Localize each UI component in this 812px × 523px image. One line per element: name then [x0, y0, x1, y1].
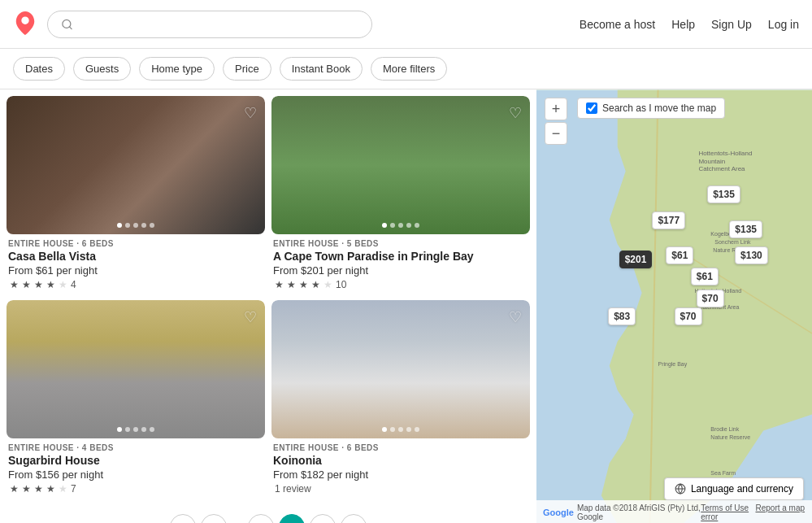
- listing-info-koinonia: Entire House · 6 Beds Koinonia From $182…: [271, 438, 530, 498]
- filter-bar: Dates Guests Home type Price Instant Boo…: [0, 49, 812, 89]
- price-marker-135b[interactable]: $135: [729, 220, 762, 238]
- price-marker-61a[interactable]: $61: [666, 246, 693, 264]
- price-marker-83[interactable]: $83: [608, 307, 636, 325]
- wishlist-btn-casa-bella[interactable]: ♡: [244, 104, 257, 122]
- listing-type: Entire House · 4 Beds: [8, 443, 263, 452]
- star-5: ★: [59, 279, 67, 290]
- dot-2: [390, 427, 395, 432]
- star-2: ★: [22, 279, 31, 290]
- page-btn-15[interactable]: 15: [279, 514, 305, 523]
- price-marker-135a[interactable]: $135: [707, 185, 740, 203]
- listing-info-casa-bella: Entire House · 6 Beds Casa Bella Vista F…: [7, 234, 265, 294]
- filter-more-filters[interactable]: More filters: [371, 57, 447, 81]
- wishlist-btn-cape-town[interactable]: ♡: [509, 104, 522, 122]
- image-dots: [382, 223, 419, 228]
- search-input[interactable]: Pringle Bay · Homes: [80, 18, 358, 31]
- price-marker-61b[interactable]: $61: [691, 268, 719, 285]
- dot-1: [117, 223, 122, 228]
- listing-image-casa-bella: ♡: [7, 96, 265, 234]
- become-host-link[interactable]: Become a host: [580, 18, 655, 31]
- page-btn-1[interactable]: 1: [201, 514, 227, 523]
- log-in-link[interactable]: Log in: [768, 18, 799, 31]
- dot-2: [390, 223, 395, 228]
- listing-name: A Cape Town Paradise in Pringle Bay: [273, 250, 528, 263]
- help-link[interactable]: Help: [671, 18, 695, 31]
- review-count: 10: [336, 279, 346, 290]
- zoom-in-btn[interactable]: +: [545, 98, 567, 120]
- dot-5: [415, 223, 419, 228]
- svg-text:Sonchem Link: Sonchem Link: [714, 239, 751, 245]
- listing-price: From $156 per night: [8, 469, 263, 481]
- svg-text:Pringle Bay: Pringle Bay: [658, 361, 688, 368]
- listing-info-cape-town: Entire House · 5 Beds A Cape Town Paradi…: [271, 234, 530, 294]
- dot-5: [150, 223, 154, 228]
- filter-guests[interactable]: Guests: [73, 57, 131, 81]
- dot-4: [141, 223, 146, 228]
- dot-5: [415, 427, 419, 432]
- listing-type: Entire House · 6 Beds: [273, 443, 528, 452]
- dot-3: [133, 223, 138, 228]
- listing-area: ♡ Entire House · 6 Beds Casa Bella Vista…: [0, 89, 536, 523]
- dot-2: [125, 223, 130, 228]
- prev-page-btn[interactable]: ‹: [170, 514, 196, 523]
- star-3: ★: [299, 279, 308, 290]
- filter-price[interactable]: Price: [223, 57, 271, 81]
- lang-currency-btn[interactable]: Language and currency: [664, 477, 804, 500]
- listing-photo: [271, 96, 530, 234]
- listing-card-sugarbird[interactable]: ♡ Entire House · 4 Beds Sugarbird House …: [7, 300, 265, 498]
- header: Pringle Bay · Homes Become a host Help S…: [0, 0, 812, 49]
- price-marker-70a[interactable]: $70: [697, 290, 724, 307]
- star-1: ★: [10, 279, 19, 290]
- listing-card-koinonia[interactable]: ♡ Entire House · 6 Beds Koinonia From $1…: [271, 300, 530, 498]
- dot-3: [133, 427, 138, 432]
- search-as-move[interactable]: Search as I move the map: [577, 98, 725, 119]
- dot-4: [406, 427, 411, 432]
- zoom-out-btn[interactable]: −: [545, 122, 567, 145]
- map-data-text: Map data ©2018 AfriGIS (Pty) Ltd, Google: [577, 503, 701, 521]
- listing-rating: 1 review: [273, 483, 528, 495]
- price-marker-130[interactable]: $130: [735, 246, 768, 264]
- star-5: ★: [323, 279, 332, 290]
- listing-type: Entire House · 6 Beds: [8, 239, 263, 248]
- listing-name: Koinonia: [273, 454, 528, 467]
- price-marker-201[interactable]: $201: [619, 251, 653, 268]
- pagination-area: ‹ 1 ... 14 15 16 › 253 – 270 of 285 Rent…: [7, 504, 530, 523]
- star-1: ★: [10, 483, 19, 495]
- listing-image-koinonia: ♡: [271, 300, 530, 438]
- globe-icon: [675, 483, 686, 495]
- terms-link[interactable]: Terms of Use: [701, 503, 749, 512]
- wishlist-btn-koinonia[interactable]: ♡: [509, 308, 522, 326]
- listing-photo: [271, 300, 530, 438]
- page-btn-14[interactable]: 14: [248, 514, 274, 523]
- price-marker-177[interactable]: $177: [652, 211, 685, 229]
- image-dots: [117, 223, 154, 228]
- image-dots: [117, 427, 154, 432]
- listing-card-casa-bella[interactable]: ♡ Entire House · 6 Beds Casa Bella Vista…: [7, 96, 265, 294]
- listing-price: From $182 per night: [273, 469, 528, 481]
- price-marker-70b[interactable]: $70: [675, 307, 702, 325]
- listing-image-cape-town: ♡: [271, 96, 530, 234]
- search-icon: [61, 18, 73, 31]
- google-logo: Google: [543, 508, 574, 517]
- listing-price: From $201 per night: [273, 264, 528, 277]
- search-bar[interactable]: Pringle Bay · Homes: [47, 11, 372, 38]
- listing-card-cape-town[interactable]: ♡ Entire House · 5 Beds A Cape Town Para…: [271, 96, 530, 294]
- page-btn-16[interactable]: 16: [310, 514, 336, 523]
- lang-currency-label: Language and currency: [691, 483, 793, 495]
- main-layout: ♡ Entire House · 6 Beds Casa Bella Vista…: [0, 89, 812, 523]
- svg-text:Nature Reserve: Nature Reserve: [710, 434, 750, 440]
- dot-4: [141, 427, 146, 432]
- dot-4: [406, 223, 411, 228]
- search-as-move-checkbox[interactable]: [586, 102, 597, 114]
- filter-home-type[interactable]: Home type: [139, 57, 215, 81]
- svg-text:Sea Farm: Sea Farm: [710, 470, 736, 476]
- image-dots: [382, 427, 419, 432]
- next-page-btn[interactable]: ›: [341, 514, 367, 523]
- dot-1: [382, 223, 387, 228]
- filter-dates[interactable]: Dates: [13, 57, 65, 81]
- wishlist-btn-sugarbird[interactable]: ♡: [244, 308, 257, 326]
- sign-up-link[interactable]: Sign Up: [711, 18, 752, 31]
- listing-name: Casa Bella Vista: [8, 250, 263, 263]
- filter-instant-book[interactable]: Instant Book: [280, 57, 363, 81]
- logo[interactable]: [13, 11, 47, 37]
